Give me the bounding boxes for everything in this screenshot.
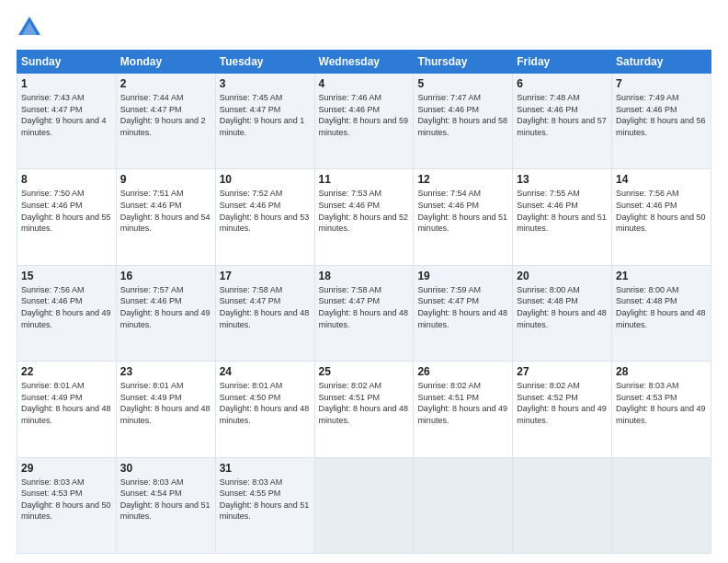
calendar-cell: 15 Sunrise: 7:56 AMSunset: 4:46 PMDaylig… xyxy=(17,265,117,361)
calendar-cell: 18 Sunrise: 7:58 AMSunset: 4:47 PMDaylig… xyxy=(314,265,414,361)
day-number: 3 xyxy=(220,77,311,90)
day-number: 26 xyxy=(417,365,508,378)
day-info: Sunrise: 7:57 AMSunset: 4:46 PMDaylight:… xyxy=(120,285,210,329)
calendar-cell xyxy=(612,457,711,553)
calendar-week-row: 8 Sunrise: 7:50 AMSunset: 4:46 PMDayligh… xyxy=(17,169,711,265)
day-info: Sunrise: 8:03 AMSunset: 4:53 PMDaylight:… xyxy=(616,381,706,425)
day-info: Sunrise: 8:03 AMSunset: 4:54 PMDaylight:… xyxy=(120,477,210,522)
day-number: 11 xyxy=(319,173,410,186)
day-header: Wednesday xyxy=(314,51,414,74)
day-info: Sunrise: 7:58 AMSunset: 4:47 PMDaylight:… xyxy=(319,285,409,329)
day-number: 13 xyxy=(517,173,608,186)
calendar-cell: 6 Sunrise: 7:48 AMSunset: 4:46 PMDayligh… xyxy=(513,74,612,169)
logo-icon xyxy=(17,15,42,40)
calendar-cell xyxy=(513,457,612,553)
day-header: Monday xyxy=(116,51,215,74)
calendar-cell: 12 Sunrise: 7:54 AMSunset: 4:46 PMDaylig… xyxy=(414,169,513,265)
calendar-cell: 1 Sunrise: 7:43 AMSunset: 4:47 PMDayligh… xyxy=(17,74,117,169)
day-info: Sunrise: 7:45 AMSunset: 4:47 PMDaylight:… xyxy=(220,93,305,137)
day-info: Sunrise: 7:50 AMSunset: 4:46 PMDaylight:… xyxy=(21,189,111,233)
calendar-week-row: 1 Sunrise: 7:43 AMSunset: 4:47 PMDayligh… xyxy=(17,74,711,169)
calendar-cell: 24 Sunrise: 8:01 AMSunset: 4:50 PMDaylig… xyxy=(215,362,314,457)
calendar-cell: 17 Sunrise: 7:58 AMSunset: 4:47 PMDaylig… xyxy=(215,265,314,361)
day-info: Sunrise: 7:52 AMSunset: 4:46 PMDaylight:… xyxy=(220,189,310,233)
day-info: Sunrise: 7:59 AMSunset: 4:47 PMDaylight:… xyxy=(417,285,507,329)
day-number: 8 xyxy=(21,173,112,186)
day-info: Sunrise: 8:00 AMSunset: 4:48 PMDaylight:… xyxy=(616,285,706,329)
day-info: Sunrise: 8:01 AMSunset: 4:49 PMDaylight:… xyxy=(120,381,210,425)
calendar-cell: 7 Sunrise: 7:49 AMSunset: 4:46 PMDayligh… xyxy=(612,74,711,169)
day-info: Sunrise: 8:02 AMSunset: 4:51 PMDaylight:… xyxy=(417,381,507,425)
day-info: Sunrise: 8:01 AMSunset: 4:49 PMDaylight:… xyxy=(21,381,111,425)
calendar-week-row: 15 Sunrise: 7:56 AMSunset: 4:46 PMDaylig… xyxy=(17,265,711,361)
day-number: 21 xyxy=(616,270,707,282)
day-number: 16 xyxy=(120,270,211,282)
day-number: 1 xyxy=(21,77,112,90)
day-info: Sunrise: 7:58 AMSunset: 4:47 PMDaylight:… xyxy=(220,285,310,329)
day-number: 31 xyxy=(220,462,311,475)
calendar-header-row: SundayMondayTuesdayWednesdayThursdayFrid… xyxy=(17,51,711,74)
day-number: 5 xyxy=(417,77,508,90)
day-number: 30 xyxy=(120,462,211,475)
calendar-cell: 11 Sunrise: 7:53 AMSunset: 4:46 PMDaylig… xyxy=(314,169,414,265)
day-number: 7 xyxy=(616,77,707,90)
calendar-week-row: 29 Sunrise: 8:03 AMSunset: 4:53 PMDaylig… xyxy=(17,457,711,553)
day-number: 9 xyxy=(120,173,211,186)
calendar-cell xyxy=(414,457,513,553)
day-number: 14 xyxy=(616,173,707,186)
day-number: 12 xyxy=(417,173,508,186)
calendar-cell: 4 Sunrise: 7:46 AMSunset: 4:46 PMDayligh… xyxy=(314,74,414,169)
calendar-cell: 3 Sunrise: 7:45 AMSunset: 4:47 PMDayligh… xyxy=(215,74,314,169)
day-info: Sunrise: 7:44 AMSunset: 4:47 PMDaylight:… xyxy=(120,93,206,137)
day-number: 24 xyxy=(220,365,311,378)
calendar-cell: 20 Sunrise: 8:00 AMSunset: 4:48 PMDaylig… xyxy=(513,265,612,361)
calendar-cell: 8 Sunrise: 7:50 AMSunset: 4:46 PMDayligh… xyxy=(17,169,117,265)
day-number: 17 xyxy=(220,270,311,282)
calendar-cell: 14 Sunrise: 7:56 AMSunset: 4:46 PMDaylig… xyxy=(612,169,711,265)
day-info: Sunrise: 8:02 AMSunset: 4:52 PMDaylight:… xyxy=(517,381,607,425)
calendar-cell: 27 Sunrise: 8:02 AMSunset: 4:52 PMDaylig… xyxy=(513,362,612,457)
day-number: 6 xyxy=(517,77,608,90)
calendar-cell: 26 Sunrise: 8:02 AMSunset: 4:51 PMDaylig… xyxy=(414,362,513,457)
calendar-cell: 10 Sunrise: 7:52 AMSunset: 4:46 PMDaylig… xyxy=(215,169,314,265)
day-header: Sunday xyxy=(17,51,117,74)
calendar-week-row: 22 Sunrise: 8:01 AMSunset: 4:49 PMDaylig… xyxy=(17,362,711,457)
header xyxy=(17,15,711,40)
calendar-cell: 5 Sunrise: 7:47 AMSunset: 4:46 PMDayligh… xyxy=(414,74,513,169)
calendar-cell: 23 Sunrise: 8:01 AMSunset: 4:49 PMDaylig… xyxy=(116,362,215,457)
calendar-page: SundayMondayTuesdayWednesdayThursdayFrid… xyxy=(0,0,728,563)
day-number: 2 xyxy=(120,77,211,90)
day-info: Sunrise: 7:53 AMSunset: 4:46 PMDaylight:… xyxy=(319,189,409,233)
day-header: Saturday xyxy=(612,51,711,74)
day-number: 10 xyxy=(220,173,311,186)
calendar-cell: 25 Sunrise: 8:02 AMSunset: 4:51 PMDaylig… xyxy=(314,362,414,457)
day-number: 19 xyxy=(417,270,508,282)
day-info: Sunrise: 7:56 AMSunset: 4:46 PMDaylight:… xyxy=(21,285,111,329)
calendar-cell: 29 Sunrise: 8:03 AMSunset: 4:53 PMDaylig… xyxy=(17,457,117,553)
calendar-cell: 2 Sunrise: 7:44 AMSunset: 4:47 PMDayligh… xyxy=(116,74,215,169)
day-info: Sunrise: 7:51 AMSunset: 4:46 PMDaylight:… xyxy=(120,189,210,233)
day-number: 18 xyxy=(319,270,410,282)
calendar-cell: 13 Sunrise: 7:55 AMSunset: 4:46 PMDaylig… xyxy=(513,169,612,265)
calendar-cell: 31 Sunrise: 8:03 AMSunset: 4:55 PMDaylig… xyxy=(215,457,314,553)
day-number: 4 xyxy=(319,77,410,90)
day-number: 23 xyxy=(120,365,211,378)
day-info: Sunrise: 7:43 AMSunset: 4:47 PMDaylight:… xyxy=(21,93,107,137)
calendar-cell: 19 Sunrise: 7:59 AMSunset: 4:47 PMDaylig… xyxy=(414,265,513,361)
day-info: Sunrise: 7:49 AMSunset: 4:46 PMDaylight:… xyxy=(616,93,706,137)
day-info: Sunrise: 7:48 AMSunset: 4:46 PMDaylight:… xyxy=(517,93,607,137)
day-info: Sunrise: 7:46 AMSunset: 4:46 PMDaylight:… xyxy=(319,93,409,137)
calendar-cell: 30 Sunrise: 8:03 AMSunset: 4:54 PMDaylig… xyxy=(116,457,215,553)
day-header: Friday xyxy=(513,51,612,74)
calendar-table: SundayMondayTuesdayWednesdayThursdayFrid… xyxy=(17,50,711,554)
calendar-cell xyxy=(314,457,414,553)
calendar-cell: 28 Sunrise: 8:03 AMSunset: 4:53 PMDaylig… xyxy=(612,362,711,457)
day-info: Sunrise: 7:56 AMSunset: 4:46 PMDaylight:… xyxy=(616,189,706,233)
day-number: 27 xyxy=(517,365,608,378)
day-info: Sunrise: 8:03 AMSunset: 4:55 PMDaylight:… xyxy=(220,477,310,522)
day-info: Sunrise: 7:55 AMSunset: 4:46 PMDaylight:… xyxy=(517,189,607,233)
day-number: 20 xyxy=(517,270,608,282)
day-number: 15 xyxy=(21,270,112,282)
logo xyxy=(17,15,46,40)
day-info: Sunrise: 8:01 AMSunset: 4:50 PMDaylight:… xyxy=(220,381,310,425)
